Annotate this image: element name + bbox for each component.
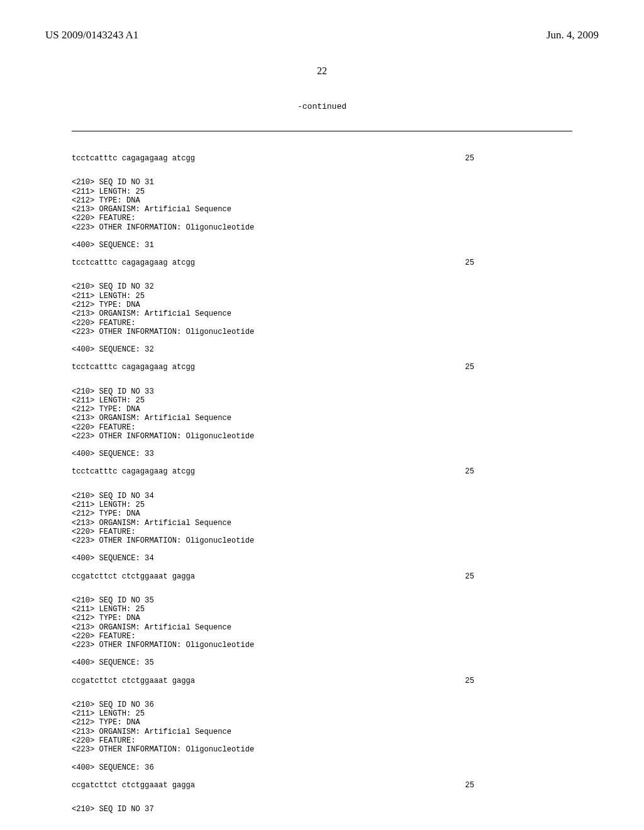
sequence-row: ccgatcttct ctctggaaat gagga25: [72, 677, 572, 685]
meta-line: <223> OTHER INFORMATION: Oligonucleotide: [72, 328, 572, 336]
patent-page: US 2009/0143243 A1 Jun. 4, 2009 22 -cont…: [0, 0, 644, 830]
spacer: [72, 581, 572, 596]
continued-label: -continued: [45, 102, 599, 111]
page-header-row: US 2009/0143243 A1 Jun. 4, 2009: [45, 29, 599, 42]
listing-line: <210> SEQ ID NO 37: [72, 805, 572, 814]
spacer: [72, 545, 572, 554]
meta-line: <213> ORGANISM: Artificial Sequence: [72, 728, 572, 736]
spacer: [72, 372, 572, 387]
meta-line: <213> ORGANISM: Artificial Sequence: [72, 519, 572, 528]
spacer: [72, 250, 572, 258]
listing-line: <400> SEQUENCE: 33: [72, 450, 572, 458]
sequence-length: 25: [399, 467, 474, 476]
meta-line: <223> OTHER INFORMATION: Oligonucleotide: [72, 745, 572, 754]
spacer: [72, 441, 572, 450]
spacer: [72, 458, 572, 467]
sequence-row: ccgatcttct ctctggaaat gagga25: [72, 572, 572, 581]
sequence-row: tcctcatttc cagagagaag atcgg25: [72, 258, 572, 267]
meta-line: <211> LENGTH: 25: [72, 187, 572, 196]
meta-line: <212> TYPE: DNA: [72, 614, 572, 622]
meta-line: <210> SEQ ID NO 35: [72, 596, 572, 605]
meta-line: <212> TYPE: DNA: [72, 196, 572, 205]
spacer: [72, 563, 572, 572]
meta-line: <220> FEATURE:: [72, 423, 572, 432]
meta-line: <220> FEATURE:: [72, 736, 572, 745]
listing-line: <400> SEQUENCE: 35: [72, 658, 572, 667]
meta-line: <223> OTHER INFORMATION: Oligonucleotide: [72, 223, 572, 232]
sequence-listing: tcctcatttc cagagagaag atcgg25<210> SEQ I…: [72, 113, 572, 830]
sequence-text: tcctcatttc cagagagaag atcgg: [72, 258, 399, 267]
meta-line: <211> LENGTH: 25: [72, 396, 572, 405]
sequence-row: tcctcatttc cagagagaag atcgg25: [72, 467, 572, 476]
publication-date: Jun. 4, 2009: [547, 29, 599, 42]
meta-line: <213> ORGANISM: Artificial Sequence: [72, 309, 572, 318]
meta-line: <220> FEATURE:: [72, 319, 572, 328]
sequence-text: tcctcatttc cagagagaag atcgg: [72, 363, 399, 372]
meta-line: <211> LENGTH: 25: [72, 292, 572, 301]
spacer: [72, 668, 572, 677]
meta-line: <212> TYPE: DNA: [72, 718, 572, 727]
separator-rule: [72, 131, 572, 131]
spacer: [72, 685, 572, 700]
meta-line: <223> OTHER INFORMATION: Oligonucleotide: [72, 432, 572, 441]
spacer: [72, 336, 572, 345]
spacer: [72, 790, 572, 805]
meta-line: <220> FEATURE:: [72, 528, 572, 536]
sequence-text: ccgatcttct ctctggaaat gagga: [72, 677, 399, 685]
sequence-row: ccgatcttct ctctggaaat gagga25: [72, 781, 572, 790]
sequence-length: 25: [399, 572, 474, 581]
meta-line: <212> TYPE: DNA: [72, 301, 572, 309]
sequence-length: 25: [399, 363, 474, 372]
meta-line: <223> OTHER INFORMATION: Oligonucleotide: [72, 536, 572, 545]
meta-line: <210> SEQ ID NO 36: [72, 700, 572, 709]
meta-line: <220> FEATURE:: [72, 214, 572, 223]
spacer: [72, 232, 572, 241]
meta-line: <212> TYPE: DNA: [72, 509, 572, 518]
listing-line: <400> SEQUENCE: 34: [72, 554, 572, 563]
meta-line: <210> SEQ ID NO 33: [72, 387, 572, 396]
sequence-length: 25: [399, 154, 474, 163]
meta-line: <210> SEQ ID NO 32: [72, 282, 572, 291]
sequence-length: 25: [399, 781, 474, 790]
spacer: [72, 354, 572, 363]
spacer: [72, 755, 572, 763]
spacer: [72, 267, 572, 282]
meta-line: <211> LENGTH: 25: [72, 709, 572, 718]
meta-line: <223> OTHER INFORMATION: Oligonucleotide: [72, 641, 572, 650]
meta-line: <220> FEATURE:: [72, 632, 572, 641]
listing-line: <400> SEQUENCE: 31: [72, 241, 572, 250]
listing-line: <400> SEQUENCE: 32: [72, 345, 572, 354]
spacer: [72, 772, 572, 781]
meta-line: <213> ORGANISM: Artificial Sequence: [72, 205, 572, 214]
sequence-length: 25: [399, 677, 474, 685]
publication-number: US 2009/0143243 A1: [45, 29, 138, 42]
spacer: [72, 163, 572, 178]
meta-line: <213> ORGANISM: Artificial Sequence: [72, 414, 572, 423]
meta-line: <210> SEQ ID NO 34: [72, 492, 572, 501]
listing-line: <400> SEQUENCE: 36: [72, 763, 572, 772]
sequence-row: tcctcatttc cagagagaag atcgg25: [72, 363, 572, 372]
sequence-text: tcctcatttc cagagagaag atcgg: [72, 154, 399, 163]
sequence-text: ccgatcttct ctctggaaat gagga: [72, 572, 399, 581]
meta-line: <212> TYPE: DNA: [72, 405, 572, 414]
page-number: 22: [45, 65, 599, 77]
meta-line: <211> LENGTH: 25: [72, 501, 572, 509]
spacer: [72, 650, 572, 658]
spacer: [72, 477, 572, 492]
meta-line: <213> ORGANISM: Artificial Sequence: [72, 623, 572, 632]
sequence-text: tcctcatttc cagagagaag atcgg: [72, 467, 399, 476]
sequence-length: 25: [399, 258, 474, 267]
sequence-text: ccgatcttct ctctggaaat gagga: [72, 781, 399, 790]
sequence-row: tcctcatttc cagagagaag atcgg25: [72, 154, 572, 163]
meta-line: <210> SEQ ID NO 31: [72, 178, 572, 187]
meta-line: <211> LENGTH: 25: [72, 605, 572, 614]
